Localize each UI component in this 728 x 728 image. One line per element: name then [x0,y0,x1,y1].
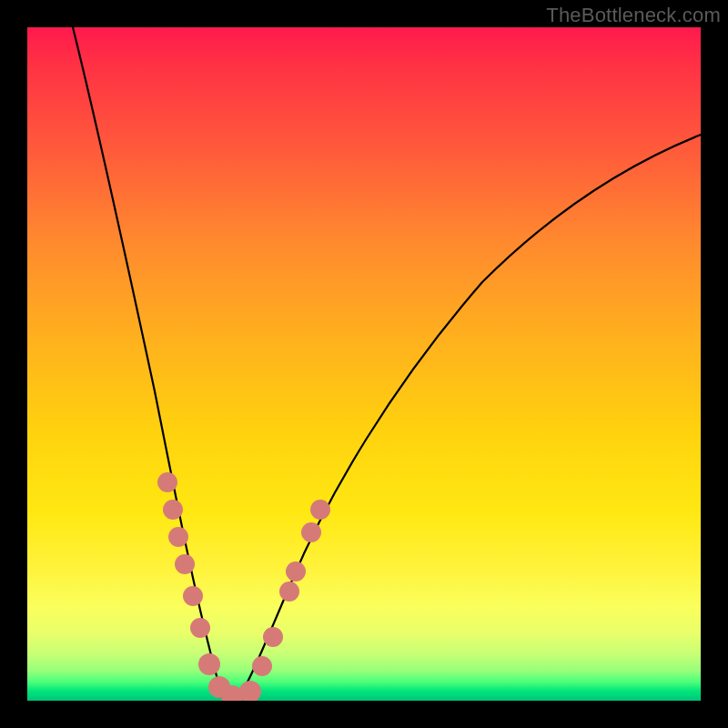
marker-dot [301,522,321,542]
marker-dot [175,554,195,574]
right-curve [237,135,701,699]
marker-dot [168,527,188,547]
marker-dot [286,561,306,581]
marker-dot [279,581,299,602]
chart-svg [27,27,701,701]
marker-dot [239,681,261,701]
marker-dot [190,618,210,638]
marker-dot [163,500,183,520]
marker-dot [310,500,330,520]
marker-dot [198,653,220,675]
watermark-text: TheBottleneck.com [546,4,721,27]
chart-area [27,27,701,701]
marker-dot [183,586,203,606]
marker-dot [252,656,272,676]
marker-dot [157,472,177,492]
left-curve [73,27,229,699]
marker-dot [263,627,283,647]
